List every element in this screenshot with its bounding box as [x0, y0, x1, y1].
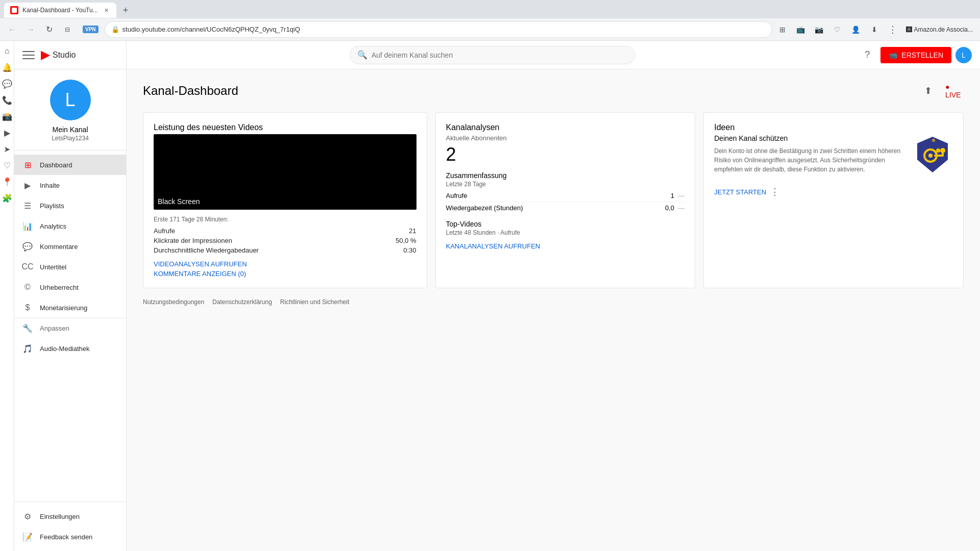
sidebar-item-audio-mediathek-label: Audio-Mediathek	[40, 345, 90, 353]
search-icon: 🔍	[357, 50, 368, 60]
profile-btn[interactable]: 👤	[848, 21, 864, 38]
playlists-icon: ☰	[22, 201, 33, 211]
left-icon-puzzle[interactable]: 🧩	[1, 192, 13, 204]
svg-point-5	[940, 148, 945, 153]
menu-btn[interactable]: ⋮	[885, 21, 901, 38]
new-tab-button[interactable]: +	[118, 3, 133, 17]
footer-richtlinien[interactable]: Richtlinien und Sicherheit	[280, 298, 349, 306]
left-icon-arrow[interactable]: ➤	[1, 143, 13, 155]
video-analytics-link[interactable]: VIDEOANALYSEN AUFRUFEN	[154, 260, 416, 268]
browser-tab[interactable]: Kanal-Dashboard - YouTu... ✕	[4, 3, 116, 18]
hamburger-menu[interactable]	[22, 49, 35, 61]
search-input[interactable]	[372, 51, 628, 59]
channel-name: Mein Kanal	[52, 126, 88, 134]
nav-footer: ⚙ Einstellungen 📝 Feedback senden	[14, 502, 126, 551]
stat-row-wiedergabe: Durchschnittliche Wiedergabedauer 0:30	[154, 246, 416, 254]
create-button[interactable]: 📹 ERSTELLEN	[880, 47, 951, 63]
stat-wiedergabe-label: Durchschnittliche Wiedergabedauer	[154, 246, 259, 254]
live-icon-btn[interactable]: ● LIVE	[945, 82, 964, 100]
video-card-title: Leistung des neuesten Videos	[154, 123, 416, 132]
summary-title: Zusammenfassung	[446, 171, 685, 180]
sidebar-item-urheberrecht[interactable]: © Urheberrecht	[14, 277, 126, 297]
left-icon-home[interactable]: ⌂	[1, 45, 13, 57]
heart-btn[interactable]: ♡	[829, 21, 846, 38]
channel-profile: L Mein Kanal LetsPlay1234	[14, 69, 126, 151]
ideas-card-title: Ideen	[714, 123, 953, 132]
bookmark-favicon: 🅰	[906, 26, 912, 33]
comments-link[interactable]: KOMMENTARE ANZEIGEN (0)	[154, 270, 416, 278]
stat-klickrate-value: 50,0 %	[396, 237, 416, 244]
sidebar-item-audio-mediathek[interactable]: 🎵 Audio-Mediathek	[14, 338, 126, 359]
sidebar-item-einstellungen[interactable]: ⚙ Einstellungen	[14, 506, 126, 527]
question-mark-icon: ?	[865, 49, 870, 60]
ideas-card: Ideen Deinen Kanal schützen Dein Konto i…	[703, 112, 964, 288]
cast-btn[interactable]: 📺	[793, 21, 809, 38]
summary-wiedergabe-row: Wiedergabezeit (Stunden) 0,0 —	[446, 204, 685, 214]
top-header: 🔍 ? 📹 ERSTELLEN L	[127, 41, 980, 69]
sidebar-item-kommentare-label: Kommentare	[40, 243, 78, 251]
sidebar-item-untertitel[interactable]: CC Untertitel	[14, 257, 126, 277]
page-header-actions: ⬆ ● LIVE	[919, 82, 964, 100]
user-avatar[interactable]: L	[955, 47, 972, 63]
bookmark-amazon[interactable]: 🅰 Amazon.de Associa...	[903, 25, 976, 34]
footer-nutzungsbedingungen[interactable]: Nutzungsbedingungen	[143, 298, 204, 306]
shield-svg	[912, 134, 953, 175]
search-input-wrap[interactable]: 🔍	[350, 46, 635, 64]
sidebar-item-dashboard[interactable]: ⊞ Dashboard	[14, 155, 126, 175]
cards-row: Leistung des neuesten Videos Black Scree…	[143, 112, 964, 288]
sidebar-item-urheberrecht-label: Urheberrecht	[40, 284, 79, 291]
search-bar: 🔍	[127, 46, 858, 64]
stat-wiedergabe-value: 0:30	[403, 246, 416, 254]
protection-text: Dein Konto ist ohne die Bestätigung in z…	[714, 146, 906, 174]
more-features-btn[interactable]: 🔧 Anpassen	[14, 318, 126, 338]
sidebar-item-feedback[interactable]: 📝 Feedback senden	[14, 527, 126, 547]
refresh-button[interactable]: ↻	[41, 21, 57, 38]
left-icon-play[interactable]: ▶	[1, 127, 13, 139]
left-icon-heart[interactable]: ♡	[1, 159, 13, 171]
left-icon-instagram[interactable]: 📸	[1, 110, 13, 122]
download-btn[interactable]: ⬇	[866, 21, 883, 38]
left-icon-location[interactable]: 📍	[1, 176, 13, 188]
summary-aufrufe-value: 1 —	[671, 192, 684, 199]
sidebar-item-monetarisierung-label: Monetarisierung	[40, 304, 87, 312]
left-icon-sidebar: ⌂ 🔔 💬 📞 📸 ▶ ➤ ♡ 📍 🧩	[0, 41, 14, 551]
dashboard-icon: ⊞	[22, 160, 33, 170]
monetarisierung-icon: $	[22, 303, 33, 313]
audio-mediathek-icon: 🎵	[22, 343, 33, 354]
sidebar-item-kommentare[interactable]: 💬 Kommentare	[14, 236, 126, 257]
help-button[interactable]: ?	[858, 46, 876, 64]
upload-icon-btn[interactable]: ⬆	[919, 82, 937, 100]
tab-close-button[interactable]: ✕	[102, 6, 110, 14]
protection-title: Deinen Kanal schützen	[714, 134, 906, 142]
sidebar-item-monetarisierung[interactable]: $ Monetarisierung	[14, 297, 126, 318]
video-performance-card: Leistung des neuesten Videos Black Scree…	[143, 112, 427, 288]
summary-wiedergabe-label: Wiedergabezeit (Stunden)	[446, 204, 523, 212]
wrench-icon: 🔧	[22, 323, 33, 334]
top-videos-label: Top-Videos	[446, 220, 685, 228]
video-thumbnail[interactable]: Black Screen	[154, 134, 416, 210]
video-stats-header: Erste 171 Tage 28 Minuten:	[154, 216, 416, 223]
left-icon-chat[interactable]: 💬	[1, 78, 13, 90]
left-icon-whatsapp[interactable]: 📞	[1, 94, 13, 106]
footer-datenschutz[interactable]: Datenschutzerklärung	[212, 298, 272, 306]
ideas-menu-icon[interactable]: ⋮	[770, 186, 779, 197]
jetzt-starten-link[interactable]: JETZT STARTEN	[714, 188, 766, 196]
page-footer: Nutzungsbedingungen Datenschutzerklärung…	[143, 298, 964, 306]
extensions-btn[interactable]: ⊞	[774, 21, 791, 38]
sidebar-item-analytics[interactable]: 📊 Analytics	[14, 216, 126, 236]
stat-row-klickrate: Klickrate der Impressionen 50,0 %	[154, 237, 416, 244]
summary-section: Zusammenfassung Letzte 28 Tage Aufrufe 1…	[446, 171, 685, 214]
sidebar-item-untertitel-label: Untertitel	[40, 263, 66, 271]
sidebar-item-inhalte[interactable]: ▶ Inhalte	[14, 175, 126, 195]
address-bar[interactable]: 🔒 studio.youtube.com/channel/UCocN6zQPHQ…	[105, 21, 772, 38]
back-button[interactable]: ←	[4, 21, 20, 38]
channel-analytics-link[interactable]: KANALANALYSEN AUFRUFEN	[446, 242, 685, 250]
subscribers-label: Aktuelle Abonnenten	[446, 134, 685, 142]
sidebar-item-playlists[interactable]: ☰ Playlists	[14, 195, 126, 216]
left-icon-bell[interactable]: 🔔	[1, 61, 13, 73]
sidebar-item-playlists-label: Playlists	[40, 202, 64, 210]
forward-button[interactable]: →	[22, 21, 39, 38]
camera-btn[interactable]: 📷	[811, 21, 827, 38]
channel-avatar[interactable]: L	[50, 80, 91, 120]
sidebar-item-analytics-label: Analytics	[40, 222, 66, 230]
